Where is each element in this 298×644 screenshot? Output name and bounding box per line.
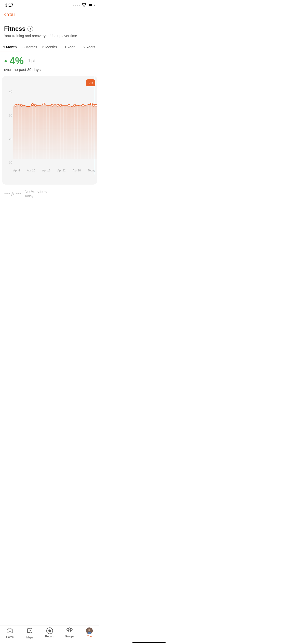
no-activities-title: No Activities — [24, 189, 47, 194]
activity-wave-icon: 〜∧〜 — [4, 190, 21, 198]
svg-point-36 — [20, 104, 22, 106]
page-title: Fitness — [4, 25, 25, 32]
back-navigation[interactable]: ‹ You — [0, 9, 99, 20]
up-arrow-icon — [4, 60, 8, 62]
chart-x-axis: Apr 4 Apr 10 Apr 16 Apr 22 Apr 28 Today — [2, 167, 97, 172]
tab-1month[interactable]: 1 Month — [0, 42, 20, 51]
svg-point-46 — [90, 103, 92, 105]
wifi-icon — [82, 3, 86, 8]
status-time: 3:17 — [5, 3, 13, 8]
back-label: You — [7, 12, 15, 17]
svg-point-41 — [57, 104, 59, 106]
status-icons — [73, 3, 94, 8]
percent-value: 4% — [10, 55, 24, 66]
time-tabs: 1 Month 3 Months 6 Months 1 Year 2 Years — [0, 42, 99, 51]
svg-point-38 — [34, 104, 36, 106]
tab-6months[interactable]: 6 Months — [40, 42, 60, 51]
svg-point-40 — [51, 104, 53, 106]
svg-point-43 — [68, 104, 70, 106]
svg-point-39 — [43, 103, 45, 105]
chart-svg-wrapper — [13, 80, 97, 167]
tab-1year[interactable]: 1 Year — [60, 42, 79, 51]
x-label-apr16: Apr 16 — [42, 169, 50, 172]
chart-svg — [13, 80, 97, 166]
no-activities-section: 〜∧〜 No Activities Today — [0, 185, 99, 202]
svg-point-35 — [15, 104, 17, 106]
x-label-apr28: Apr 28 — [73, 169, 81, 172]
title-row: Fitness i — [4, 25, 95, 32]
page-subtitle: Your training and recovery added up over… — [4, 34, 95, 38]
over-text: over the past 30 days — [4, 67, 95, 72]
fitness-chart[interactable]: 29 40 30 20 10 — [2, 76, 97, 185]
x-label-apr22: Apr 22 — [57, 169, 65, 172]
back-chevron-icon: ‹ — [4, 11, 6, 18]
chart-y-axis: 40 30 20 10 — [2, 76, 12, 174]
main-content: Fitness i Your training and recovery add… — [0, 20, 99, 38]
svg-point-37 — [32, 104, 34, 106]
y-label-20: 20 — [2, 137, 12, 141]
point-delta: +1 pt — [26, 59, 35, 63]
y-label-10: 10 — [2, 161, 12, 165]
percent-row: 4% +1 pt — [4, 55, 95, 66]
x-label-apr4: Apr 4 — [13, 169, 20, 172]
svg-point-45 — [82, 104, 84, 106]
svg-point-42 — [60, 104, 62, 106]
stats-section: 4% +1 pt over the past 30 days — [0, 51, 99, 74]
y-label-30: 30 — [2, 114, 12, 117]
x-label-apr10: Apr 10 — [27, 169, 35, 172]
svg-point-47 — [93, 104, 95, 106]
svg-point-48 — [95, 104, 97, 106]
status-bar: 3:17 — [0, 0, 99, 9]
no-activities-subtitle: Today — [24, 194, 47, 198]
activity-info: No Activities Today — [24, 189, 47, 198]
tab-2years[interactable]: 2 Years — [79, 42, 99, 51]
tab-3months[interactable]: 3 Months — [20, 42, 40, 51]
svg-point-44 — [74, 104, 76, 106]
y-label-40: 40 — [2, 90, 12, 94]
info-icon[interactable]: i — [28, 26, 33, 32]
battery-icon — [88, 4, 94, 7]
signal-icon — [73, 5, 80, 6]
